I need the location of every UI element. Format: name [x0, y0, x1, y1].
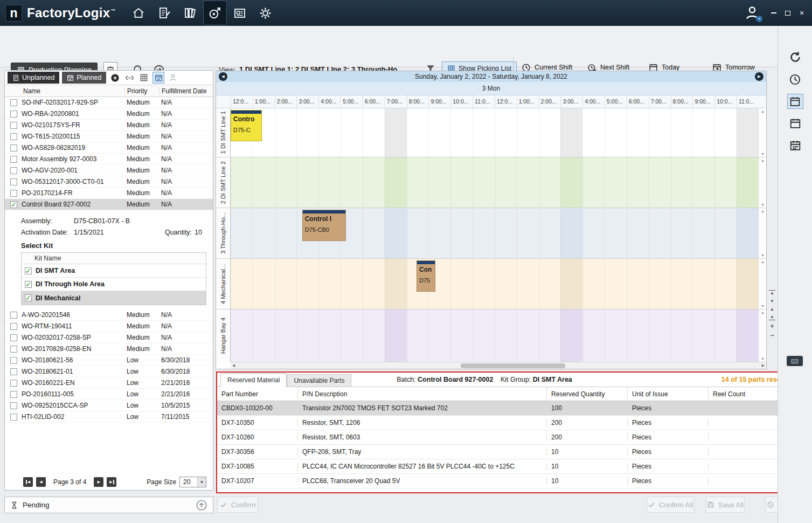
- close-button[interactable]: ×: [796, 7, 808, 19]
- scroll-left-icon[interactable]: ◀: [232, 363, 235, 368]
- work-order-checkbox[interactable]: [10, 380, 17, 387]
- kit-checkbox[interactable]: ✓: [25, 281, 32, 288]
- day-view-button[interactable]: [787, 94, 803, 109]
- lane-scroll-up-icon[interactable]: ▲: [761, 209, 765, 213]
- kit-checkbox[interactable]: ✓: [25, 267, 32, 274]
- assign-user-button[interactable]: [167, 72, 179, 84]
- lane-scroll-up-icon[interactable]: ▲: [761, 109, 765, 113]
- work-order-checkbox[interactable]: [10, 178, 17, 185]
- scroll-top-button[interactable]: ▲: [769, 290, 775, 295]
- last-page-button[interactable]: ▶: [107, 477, 116, 487]
- work-order-checkbox[interactable]: [10, 391, 17, 398]
- kit-checkbox[interactable]: ✓: [25, 294, 32, 301]
- work-order-row[interactable]: WO-RTM-190411MediumN/A: [5, 321, 213, 332]
- work-order-checkbox[interactable]: [10, 111, 17, 118]
- confirm-all-button[interactable]: Confirm All: [647, 497, 694, 513]
- lane-scrollbar[interactable]: ▲▼: [759, 208, 766, 258]
- column-header-unit-of-issue[interactable]: Unit of Issue: [628, 387, 709, 401]
- previous-period-button[interactable]: ◀: [219, 72, 227, 81]
- work-order-row[interactable]: PO-20170214-FRMediumN/A: [5, 188, 213, 199]
- part-row[interactable]: DX7-30356QFP-208, SMT, Tray10Pieces1: [217, 445, 792, 459]
- work-order-row[interactable]: PO-20160111-005Low2/21/2016: [5, 389, 213, 400]
- nav-settings-button[interactable]: [253, 0, 279, 26]
- work-order-checkbox[interactable]: [10, 167, 17, 174]
- timeline-view-button[interactable]: [787, 72, 803, 87]
- nav-work-orders-button[interactable]: [151, 0, 177, 26]
- minimize-button[interactable]: [768, 7, 780, 19]
- kit-row[interactable]: ✓DI SMT Area: [22, 264, 206, 278]
- work-order-checkbox[interactable]: [10, 368, 17, 375]
- work-order-checkbox[interactable]: [10, 402, 17, 409]
- nav-home-button[interactable]: [126, 0, 151, 26]
- nav-scheduling-button[interactable]: [203, 1, 227, 25]
- expand-panel-button[interactable]: [196, 499, 207, 511]
- maximize-button[interactable]: [782, 7, 794, 19]
- work-order-row[interactable]: Motor Assembly 927-0003MediumN/A: [5, 154, 213, 165]
- work-order-checkbox[interactable]: [10, 357, 17, 364]
- lane-grid[interactable]: ControD75-C: [231, 108, 759, 157]
- lane-scroll-down-icon[interactable]: ▼: [761, 357, 765, 361]
- lane-scroll-up-icon[interactable]: ▲: [761, 159, 765, 162]
- schedule-task[interactable]: ConD75: [417, 260, 435, 292]
- tab-reserved-material[interactable]: Reserved Material: [220, 373, 287, 387]
- work-order-row[interactable]: WO-20180621-56Low6/30/2018: [5, 355, 213, 366]
- lane-grid[interactable]: ConD75: [231, 259, 759, 309]
- confirm-button[interactable]: Confirm: [217, 497, 258, 513]
- virtual-keyboard-button[interactable]: [787, 356, 803, 366]
- work-order-row[interactable]: ✓Control Board 927-0002MediumN/A: [5, 199, 213, 210]
- part-row[interactable]: CBDX0-10320-00Transistor 2N7002 TMOS FET…: [217, 401, 792, 416]
- work-order-checkbox[interactable]: [10, 99, 17, 106]
- work-order-checkbox[interactable]: [10, 122, 17, 129]
- lane-scrollbar[interactable]: ▲▼: [759, 309, 766, 362]
- lane-grid[interactable]: Control ID75-CB0: [231, 208, 759, 258]
- work-order-checkbox[interactable]: [10, 312, 17, 319]
- work-order-checkbox[interactable]: [10, 144, 17, 152]
- kit-row[interactable]: ✓DI Through Hole Area: [22, 278, 206, 291]
- work-order-checkbox[interactable]: [10, 346, 17, 353]
- page-down-button[interactable]: ▼: [769, 299, 775, 304]
- batch-grid-button[interactable]: [138, 72, 150, 84]
- work-order-row[interactable]: A-WO-20201546MediumN/A: [5, 309, 213, 321]
- work-order-checkbox[interactable]: ✓: [10, 201, 17, 208]
- column-header-part-number[interactable]: Part Number: [217, 387, 298, 401]
- lane-scroll-down-icon[interactable]: ▼: [761, 152, 765, 156]
- part-row[interactable]: DX7-10207PLCC68, Transceiver 20 Quad 5V1…: [217, 474, 792, 488]
- column-header-description[interactable]: P/N Description: [298, 387, 547, 401]
- month-view-button[interactable]: [787, 138, 803, 153]
- work-order-row[interactable]: WO-20180621-01Low6/30/2018: [5, 366, 213, 377]
- work-order-row[interactable]: WO-021017SYS-FRMediumN/A: [5, 120, 213, 131]
- save-all-button[interactable]: Save All: [706, 497, 745, 513]
- part-row[interactable]: DX7-10085PLCC44, IC CAN Microcontroller …: [217, 459, 792, 474]
- user-account-button[interactable]: ×: [744, 5, 760, 21]
- scrollbar-thumb[interactable]: [461, 363, 565, 368]
- week-view-button[interactable]: [787, 116, 803, 131]
- nav-library-button[interactable]: [177, 0, 203, 26]
- scroll-right-icon[interactable]: ▶: [762, 363, 765, 368]
- tab-planned[interactable]: Planned: [62, 72, 106, 84]
- next-page-button[interactable]: ▶: [94, 477, 103, 487]
- add-work-order-button[interactable]: [109, 72, 121, 84]
- work-order-row[interactable]: WO-09252015CCA-SPLow10/5/2015: [5, 400, 213, 411]
- column-header-name[interactable]: Name: [5, 87, 124, 95]
- zoom-out-button[interactable]: −: [769, 333, 775, 339]
- lane-scroll-up-icon[interactable]: ▲: [761, 260, 765, 264]
- lane-scroll-down-icon[interactable]: ▼: [761, 253, 765, 257]
- horizontal-scrollbar[interactable]: ◀ ▶: [231, 362, 766, 369]
- work-order-checkbox[interactable]: [10, 414, 17, 421]
- work-order-row[interactable]: SO-INF-02032017-929-SPMediumN/A: [5, 97, 213, 108]
- planned-filter-toggle[interactable]: [152, 72, 164, 84]
- refresh-button[interactable]: [787, 50, 803, 65]
- work-order-row[interactable]: WO-02032017-0258-SPMediumN/A: [5, 332, 213, 343]
- page-size-select[interactable]: 20 ▾: [179, 477, 206, 487]
- work-order-row[interactable]: WO-05312017-3000-CT0-01MediumN/A: [5, 176, 213, 188]
- first-page-button[interactable]: ◀: [23, 477, 33, 487]
- nav-news-button[interactable]: [227, 0, 253, 26]
- work-order-checkbox[interactable]: [10, 156, 17, 163]
- previous-page-button[interactable]: ◀: [36, 477, 46, 487]
- work-order-checkbox[interactable]: [10, 190, 17, 197]
- lane-scrollbar[interactable]: ▲▼: [759, 108, 766, 157]
- work-order-checkbox[interactable]: [10, 334, 17, 341]
- lane-scrollbar[interactable]: ▲▼: [759, 157, 766, 208]
- part-row[interactable]: DX7-10350Resistor, SMT, 1206200Pieces1: [217, 416, 792, 430]
- work-order-row[interactable]: WO-20160221-ENLow2/21/2016: [5, 377, 213, 389]
